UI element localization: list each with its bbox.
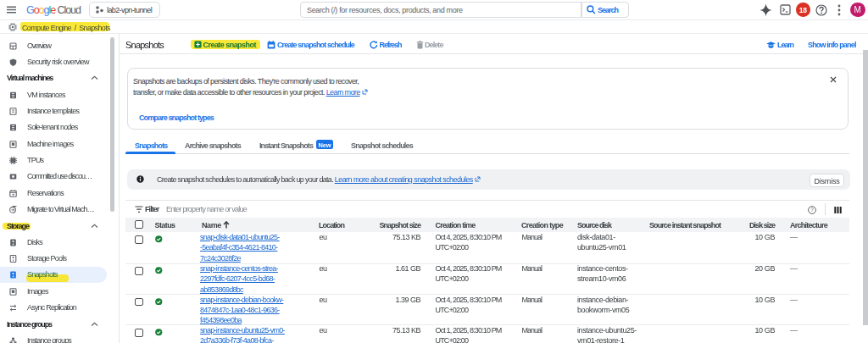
svg-text:?: ?	[810, 207, 814, 213]
